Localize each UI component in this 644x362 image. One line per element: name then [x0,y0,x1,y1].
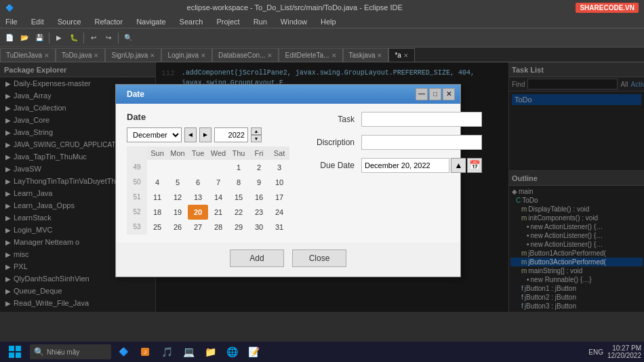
calendar-day[interactable]: 19 [167,205,188,220]
calendar-day[interactable]: 10 [269,175,289,190]
tab-editdelete[interactable]: EditDeleteTa... ✕ [279,48,342,62]
calendar-day[interactable]: 2 [249,160,269,175]
taskbar: 🔍 Nhiều mây 🔷 J 🎵 💻 📁 🌐 📝 ENG 10:27 PM 1… [0,342,644,362]
dialog-minimize-btn[interactable]: — [416,88,428,100]
menu-project[interactable]: Project [214,18,242,26]
calendar-day[interactable]: 31 [269,220,289,235]
task-input[interactable] [361,112,482,127]
year-input[interactable] [214,127,248,142]
calendar-day[interactable]: 11 [147,190,167,205]
month-prev-btn[interactable]: ◄ [184,127,197,142]
menu-edit[interactable]: Edit [28,18,47,26]
tab-todojava[interactable]: ToDo.java ✕ [56,48,105,62]
taskbar-icon-3[interactable]: 🎵 [157,342,176,361]
calendar-day[interactable]: 7 [208,175,228,190]
tab-taskjava[interactable]: Taskjava ✕ [343,48,389,62]
tab-tudienjava-close[interactable]: ✕ [44,52,49,59]
calendar-day[interactable]: 12 [167,190,188,205]
toolbar-search[interactable]: 🔍 [121,31,135,45]
calendar-day[interactable]: 20 [188,205,208,220]
calendar-day[interactable]: 14 [208,190,228,205]
year-down-btn[interactable]: ▼ [251,135,262,142]
toolbar-save[interactable]: 💾 [33,31,46,45]
tab-tudienjava[interactable]: TuDienJava ✕ [0,48,56,62]
tab-loginjava-close[interactable]: ✕ [201,52,206,59]
dialog-close-btn[interactable]: ✕ [443,88,455,100]
tab-editdelete-close[interactable]: ✕ [331,52,337,59]
menu-navigate[interactable]: Navigate [134,18,168,26]
calendar-day[interactable]: 3 [269,160,289,175]
calendar-day[interactable]: 13 [188,190,208,205]
menu-help[interactable]: Help [318,18,339,26]
menu-run[interactable]: Run [251,18,270,26]
toolbar-open[interactable]: 📂 [18,31,31,45]
toolbar-redo[interactable]: ↪ [102,31,115,45]
taskbar-icon-5[interactable]: 📁 [201,342,220,361]
task-field-row: Task [300,112,482,127]
calendar-day[interactable]: 25 [147,220,167,235]
description-label: Discription [300,138,355,147]
calendar-day[interactable]: 21 [208,205,228,220]
calendar-day[interactable]: 6 [188,175,208,190]
search-box[interactable]: 🔍 Nhiều mây [30,344,111,359]
taskbar-time: 10:27 PM 12/20/2022 [607,344,641,359]
toolbar-undo[interactable]: ↩ [87,31,100,45]
calendar-day[interactable]: 16 [249,190,269,205]
tab-signupjava[interactable]: SignUp.java ✕ [105,48,161,62]
start-button[interactable] [3,343,27,361]
tab-signupjava-close[interactable]: ✕ [150,52,155,59]
tab-active[interactable]: *a ✕ [388,48,414,62]
calendar-day[interactable]: 30 [249,220,269,235]
calendar-day[interactable]: 26 [167,220,188,235]
tab-loginjava[interactable]: Login.java ✕ [161,48,212,62]
menu-source[interactable]: Source [55,18,84,26]
calendar-day[interactable]: 22 [228,205,249,220]
calendar-day[interactable]: 27 [188,220,208,235]
calendar-day[interactable]: 15 [228,190,249,205]
dialog-maximize-btn[interactable]: □ [429,88,441,100]
month-select[interactable]: December [127,127,182,142]
dialog-two-col: Date December ◄ ► ▲ [127,112,449,235]
calendar-day[interactable]: 29 [228,220,249,235]
calendar-day[interactable]: 17 [269,190,289,205]
calendar-day[interactable]: 28 [208,220,228,235]
tab-dbcon[interactable]: DatabaseCon... ✕ [212,48,279,62]
add-button[interactable]: Add [230,249,284,267]
description-input[interactable] [361,135,482,150]
month-next-btn[interactable]: ► [199,127,212,142]
calendar-day[interactable]: 9 [249,175,269,190]
taskbar-icon-7[interactable]: 📝 [244,342,263,361]
tab-signupjava-label: SignUp.java [111,52,148,59]
description-field-row: Discription [300,135,482,150]
due-date-input[interactable] [361,158,449,173]
calendar-day[interactable]: 4 [147,175,167,190]
close-button[interactable]: Close [292,249,346,267]
calendar-day[interactable]: 23 [249,205,269,220]
taskbar-icon-4[interactable]: 💻 [179,342,198,361]
toolbar-debug[interactable]: 🐛 [67,31,81,45]
week-number: 51 [127,190,147,205]
year-up-btn[interactable]: ▲ [251,127,262,135]
minimize-icon: — [418,90,425,98]
calendar-day[interactable]: 24 [269,205,289,220]
menu-window[interactable]: Window [278,18,310,26]
toolbar-new[interactable]: 📄 [3,31,16,45]
taskbar-icon-6[interactable]: 🌐 [222,342,241,361]
tab-taskjava-close[interactable]: ✕ [377,52,382,59]
menu-search[interactable]: Search [177,18,206,26]
calendar-day[interactable]: 18 [147,205,167,220]
taskbar-icon-2[interactable]: J [136,342,155,361]
menu-file[interactable]: File [3,18,20,26]
tab-todojava-close[interactable]: ✕ [94,52,99,59]
toolbar-run[interactable]: ▶ [52,31,66,45]
eclipse-taskbar-icon[interactable]: 🔷 [114,342,133,361]
due-date-spinner-up[interactable]: ▲ [451,158,466,173]
tab-dbcon-close[interactable]: ✕ [267,52,273,59]
calendar-day[interactable]: 5 [167,175,188,190]
menu-refactor[interactable]: Refactor [92,18,126,26]
calendar-day[interactable]: 1 [228,160,249,175]
close-icon: ✕ [446,90,451,98]
calendar-day[interactable]: 8 [228,175,249,190]
due-date-calendar-btn[interactable]: 📅 [467,158,482,173]
tab-active-close[interactable]: ✕ [403,52,409,59]
